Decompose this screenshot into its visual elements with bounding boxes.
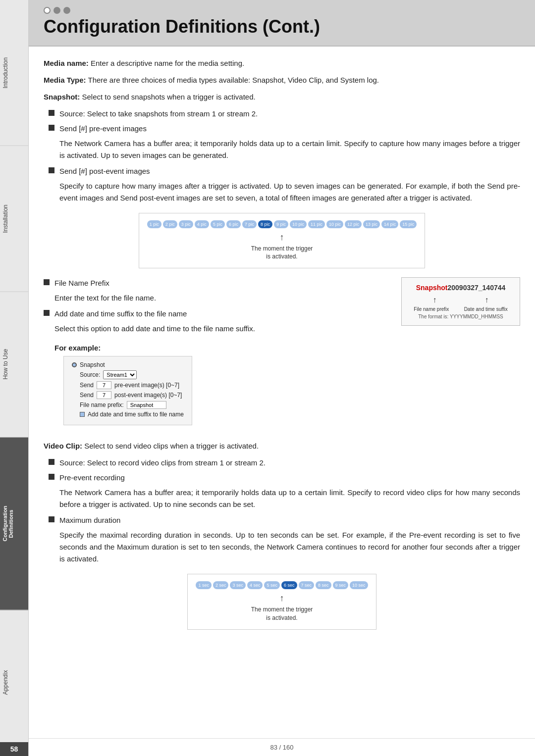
page-title: Configuration Definitions (Cont.) (44, 17, 520, 37)
bullet-video-source-text: Source: Select to record video clips fro… (59, 457, 520, 469)
filename-demo-box: Snapshot20090327_140744 ↑ ↑ File name pr… (401, 277, 520, 326)
max-duration-desc: Specify the maximal recording duration i… (59, 529, 520, 565)
bullet-icon-6 (49, 459, 54, 465)
arrow-datetime: ↑ (485, 296, 489, 304)
pill-4sec: 4 sec (247, 581, 263, 589)
pill-5sec: 5 sec (264, 581, 280, 589)
example-send-post-label: Send (80, 392, 94, 399)
pill-6pic: 6 pic (226, 220, 241, 228)
video-clip-text: Select to send video clips when a trigge… (82, 442, 259, 450)
video-clip-para: Video Clip: Select to send video clips w… (44, 440, 520, 452)
example-source-row: Source: Stream1 Stream2 (80, 370, 184, 379)
sec-timeline-pills: 1 sec 2 sec 3 sec 4 sec 5 sec 6 sec 7 se… (196, 581, 368, 589)
example-datetime-checkbox[interactable] (80, 412, 85, 417)
filename-labels: File name prefix Date and time suffix (409, 306, 513, 312)
example-source-select[interactable]: Stream1 Stream2 (103, 370, 137, 379)
bullet-icon-1 (49, 110, 54, 116)
arrow-prefix: ↑ (433, 296, 437, 304)
bullet-video-source: Source: Select to record video clips fro… (49, 457, 520, 469)
pre-event-desc: The Network Camera has a buffer area; it… (59, 138, 520, 161)
sidebar-item-introduction[interactable]: Introduction (0, 0, 28, 146)
pill-7sec: 7 sec (299, 581, 315, 589)
page-footer: 83 / 160 (29, 738, 535, 756)
pill-15pic: 15 pic (400, 220, 417, 228)
bullet-pre-event-text: Send [#] pre-event images (59, 123, 520, 135)
example-post-input[interactable] (97, 391, 111, 399)
snapshot-radio[interactable] (72, 362, 77, 367)
for-example-label: For example: (54, 344, 520, 352)
bullet-icon-8 (49, 516, 54, 522)
pill-13pic: 13 pic (363, 220, 380, 228)
bullet-icon-4 (44, 279, 50, 285)
sec-timeline-arrow (196, 593, 368, 604)
example-snapshot-row: Snapshot (72, 361, 184, 368)
bullet-icon-5 (44, 310, 50, 316)
media-name-label: Media name: (44, 59, 89, 67)
sidebar-item-config[interactable]: ConfigurationDefinitions (0, 438, 28, 610)
bullet-icon-3 (49, 167, 54, 173)
filename-format-note: The format is: YYYYMMDD_HHMMSS (409, 314, 513, 319)
filename-prefix-highlight: Snapshot (416, 284, 448, 292)
sec-timeline-box: 1 sec 2 sec 3 sec 4 sec 5 sec 6 sec 7 se… (187, 574, 376, 630)
bullet-max-duration: Maximum duration (49, 514, 520, 526)
header-icon-2 (54, 7, 60, 14)
main-content: Configuration Definitions (Cont.) Media … (29, 0, 535, 756)
pill-7pic: 7 pic (242, 220, 257, 228)
pill-6sec: 6 sec (281, 581, 297, 589)
example-pre-input[interactable] (97, 381, 111, 389)
pics-timeline-diagram: 1 pic 2 pic 3 pic 4 pic 5 pic 6 pic 7 pi… (44, 213, 520, 269)
pill-8sec: 8 sec (316, 581, 331, 589)
example-filename-row: File name prefix: (80, 401, 184, 409)
filename-bullets-col: File Name Prefix Enter the text for the … (44, 277, 386, 339)
media-type-label: Media Type: (44, 76, 86, 84)
timeline-caption: The moment the trigger is activated. (147, 245, 417, 261)
page-header: Configuration Definitions (Cont.) (29, 0, 535, 47)
snapshot-bullet-list: Source: Select to take snapshots from st… (49, 108, 520, 204)
example-post-text: post-event image(s) [0~7] (114, 392, 182, 399)
filename-section: File Name Prefix Enter the text for the … (44, 277, 520, 339)
sidebar-item-appendix[interactable]: Appendix (0, 610, 28, 756)
media-name-text: Enter a descriptive name for the media s… (89, 59, 244, 67)
sec-timeline-caption: The moment the trigger is activated. (196, 605, 368, 622)
bullet-icon-2 (49, 125, 54, 131)
video-bullet-list: Source: Select to record video clips fro… (49, 457, 520, 565)
sidebar-item-installation[interactable]: Installation (0, 146, 28, 292)
media-name-para: Media name: Enter a descriptive name for… (44, 57, 520, 69)
pill-11pic: 11 pic (308, 220, 325, 228)
example-box: Snapshot Source: Stream1 Stream2 Send pr… (63, 356, 192, 425)
pill-10pic: 10 pic (290, 220, 307, 228)
pill-4pic: 4 pic (195, 220, 209, 228)
pics-timeline-pills: 1 pic 2 pic 3 pic 4 pic 5 pic 6 pic 7 pi… (147, 220, 417, 228)
media-type-text: There are three choices of media types a… (86, 76, 379, 84)
pill-12pic: 12 pic (345, 220, 362, 228)
pill-10sec: 10 sec (350, 581, 368, 589)
snapshot-text: Select to send snapshots when a trigger … (80, 93, 255, 101)
filename-prefix-label: File name prefix (414, 306, 449, 312)
example-file-prefix-label: File name prefix: (80, 402, 124, 408)
bullet-pre-recording-text: Pre-event recording (59, 472, 520, 484)
example-file-prefix-input[interactable] (127, 401, 166, 409)
page-number: 58 (0, 742, 28, 756)
pill-14pic: 14 pic (381, 220, 398, 228)
bullet-icon-7 (49, 474, 54, 480)
sidebar: Introduction Installation How to Use Con… (0, 0, 29, 756)
bullet-pre-event: Send [#] pre-event images (49, 123, 520, 135)
sidebar-item-howtouse[interactable]: How to Use (0, 292, 28, 438)
pill-3pic: 3 pic (179, 220, 193, 228)
bullet-filename-prefix-text: File Name Prefix (54, 277, 386, 289)
example-source-label: Source: (80, 371, 100, 378)
filename-datetime-label: Date and time suffix (464, 306, 508, 312)
example-datetime-text: Add date and time suffix to file name (88, 411, 184, 418)
video-clip-label: Video Clip: (44, 442, 82, 450)
header-icon-3 (63, 7, 70, 14)
filename-datetime: 20090327_140744 (447, 284, 505, 292)
example-datetime-row: Add date and time suffix to file name (80, 411, 184, 418)
bullet-filename-prefix: File Name Prefix (44, 277, 386, 289)
bullet-add-datetime: Add date and time suffix to the file nam… (44, 308, 386, 320)
footer-text: 83 / 160 (270, 744, 294, 751)
pill-10pic-2: 10 pic (326, 220, 343, 228)
header-icons (44, 7, 520, 14)
bullet-source: Source: Select to take snapshots from st… (49, 108, 520, 120)
pics-timeline-box: 1 pic 2 pic 3 pic 4 pic 5 pic 6 pic 7 pi… (139, 213, 425, 269)
pill-3sec: 3 sec (230, 581, 246, 589)
